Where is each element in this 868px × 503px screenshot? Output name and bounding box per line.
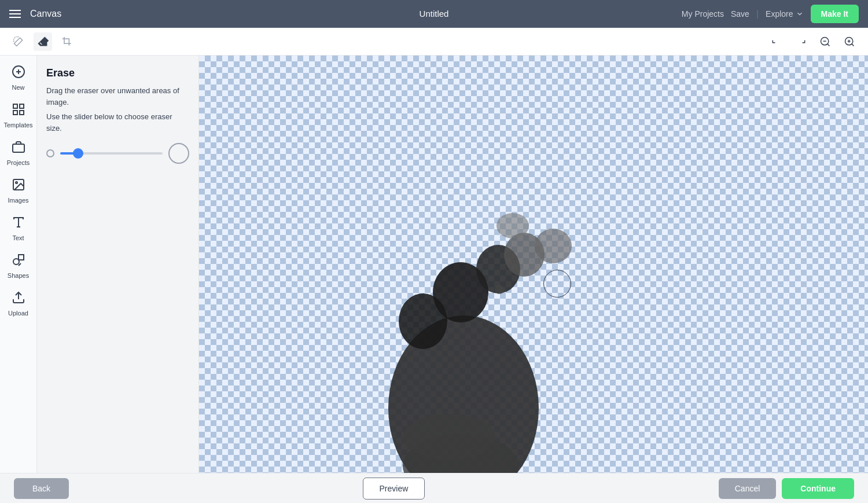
topbar-left: Canvas (9, 9, 61, 19)
svg-rect-17 (20, 104, 24, 108)
projects-icon (12, 140, 25, 157)
slider-min-indicator (46, 149, 54, 157)
divider: | (756, 9, 759, 19)
make-it-button[interactable]: Make It (811, 5, 859, 23)
magic-wand-tool[interactable] (9, 32, 28, 51)
svg-point-35 (535, 229, 572, 263)
sidebar-item-upload[interactable]: Upload (0, 286, 36, 321)
panel-title: Erase (46, 67, 189, 79)
eraser-size-control (46, 143, 189, 164)
svg-line-0 (14, 37, 16, 38)
sidebar-upload-label: Upload (8, 310, 28, 317)
toolbar2-right (767, 32, 859, 51)
undo-icon (771, 36, 782, 47)
panel-description2: Use the slider below to choose eraser si… (46, 111, 189, 134)
sidebar-item-text[interactable]: Text (0, 211, 36, 246)
topbar-right: My Projects Save | Explore Make It (682, 5, 859, 23)
templates-icon (12, 102, 25, 119)
explore-label: Explore (766, 9, 793, 19)
svg-rect-16 (13, 104, 17, 108)
save-button[interactable]: Save (731, 9, 749, 19)
upload-icon (12, 291, 25, 307)
svg-point-30 (403, 414, 495, 460)
chevron-down-icon (796, 10, 804, 18)
magic-wand-icon (13, 36, 24, 47)
top-bar: Canvas Untitled My Projects Save | Explo… (0, 0, 868, 28)
svg-line-4 (13, 41, 14, 42)
sidebar-images-label: Images (8, 197, 28, 204)
sidebar-new-label: New (12, 84, 24, 91)
panel-description1: Drag the eraser over unwanted areas of i… (46, 85, 189, 108)
undo-button[interactable] (767, 32, 786, 51)
crop-tool[interactable] (58, 32, 76, 51)
redo-icon (795, 36, 807, 47)
secondary-toolbar (0, 28, 868, 56)
sidebar-projects-label: Projects (7, 159, 30, 166)
images-icon (12, 178, 25, 194)
svg-rect-20 (13, 144, 24, 152)
left-sidebar: New Templates Projects (0, 56, 37, 473)
bottom-bar: Back Preview Cancel Continue (0, 473, 868, 503)
menu-button[interactable] (9, 10, 21, 18)
svg-point-36 (496, 213, 529, 238)
eraser-size-slider[interactable] (60, 152, 163, 155)
svg-rect-19 (13, 111, 17, 115)
footprint-image (342, 107, 591, 473)
shapes-icon (12, 253, 25, 270)
svg-point-37 (495, 285, 504, 294)
sidebar-item-images[interactable]: Images (0, 173, 36, 208)
redo-button[interactable] (792, 32, 810, 51)
zoom-out-icon (819, 36, 831, 47)
svg-rect-26 (19, 255, 24, 260)
zoom-in-button[interactable] (840, 32, 859, 51)
svg-rect-18 (20, 111, 24, 115)
svg-line-7 (827, 43, 830, 46)
sidebar-item-new[interactable]: New (0, 60, 36, 96)
canvas-area[interactable] (199, 56, 868, 473)
text-icon (12, 215, 25, 232)
sidebar-item-templates[interactable]: Templates (0, 98, 36, 133)
continue-button[interactable]: Continue (782, 478, 854, 499)
bottom-right-buttons: Cancel Continue (719, 478, 854, 499)
app-name: Canvas (30, 9, 61, 19)
main-area: New Templates Projects (0, 56, 868, 473)
sidebar-item-shapes[interactable]: Shapes (0, 248, 36, 284)
sidebar-templates-label: Templates (3, 122, 32, 128)
explore-dropdown[interactable]: Explore (766, 9, 803, 19)
sidebar-shapes-label: Shapes (8, 272, 29, 279)
plus-icon (12, 65, 25, 82)
toolbar2-left (9, 32, 76, 51)
sidebar-item-projects[interactable]: Projects (0, 135, 36, 171)
back-button[interactable]: Back (14, 478, 69, 499)
crop-icon (61, 36, 73, 47)
zoom-out-button[interactable] (816, 32, 834, 51)
eraser-icon (37, 36, 49, 47)
svg-line-3 (17, 36, 19, 37)
zoom-in-icon (844, 36, 855, 47)
svg-line-10 (852, 43, 854, 46)
slider-max-indicator (168, 143, 189, 164)
erase-panel: Erase Drag the eraser over unwanted area… (37, 56, 199, 473)
document-title: Untitled (420, 9, 449, 19)
topbar-center: Untitled (420, 9, 449, 19)
cancel-button[interactable]: Cancel (719, 478, 777, 499)
eraser-tool[interactable] (34, 32, 52, 51)
svg-point-22 (16, 182, 17, 183)
preview-button[interactable]: Preview (363, 478, 425, 500)
sidebar-text-label: Text (12, 234, 24, 241)
my-projects-link[interactable]: My Projects (682, 9, 724, 19)
